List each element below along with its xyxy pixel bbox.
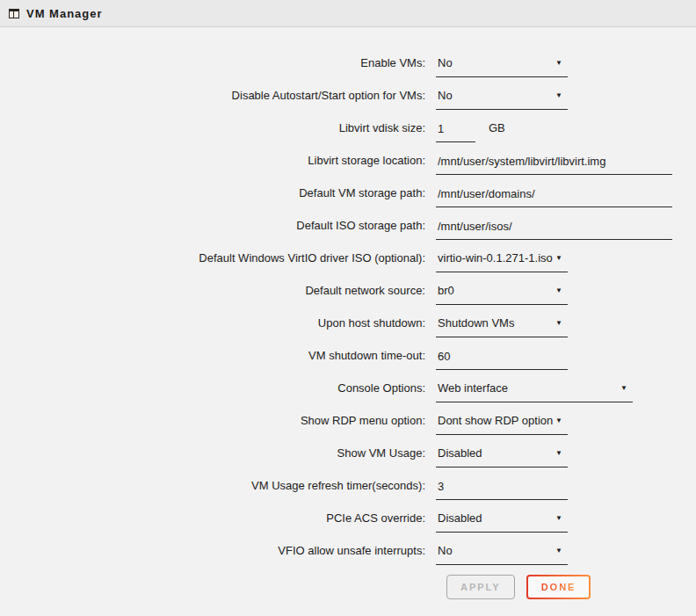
form-actions: APPLY DONE bbox=[0, 575, 696, 599]
vfio-unsafe-interrupts-label: VFIO allow unsafe interrupts: bbox=[0, 542, 436, 560]
chevron-down-icon: ▼ bbox=[555, 510, 568, 527]
page-title: VM Manager bbox=[26, 7, 103, 20]
upon-host-shutdown-label: Upon host shutdown: bbox=[0, 315, 436, 332]
console-options-label: Console Options: bbox=[0, 380, 436, 397]
chevron-down-icon: ▼ bbox=[555, 54, 568, 72]
vm-shutdown-timeout-input[interactable] bbox=[436, 347, 568, 370]
form-row: Libvirt vdisk size:GB bbox=[0, 120, 696, 142]
chevron-down-icon: ▼ bbox=[555, 445, 568, 462]
default-vm-storage-path-input[interactable] bbox=[436, 185, 672, 207]
chevron-down-icon: ▼ bbox=[555, 315, 568, 332]
show-rdp-menu-option-value: Dont show RDP option bbox=[436, 412, 553, 430]
form-row: Upon host shutdown:Shutdown VMs▼ bbox=[0, 315, 696, 337]
show-rdp-menu-option-select[interactable]: Dont show RDP option▼ bbox=[436, 412, 568, 435]
console-options-value: Web interface bbox=[436, 380, 508, 397]
virtio-driver-iso-label: Default Windows VirtIO driver ISO (optio… bbox=[0, 250, 436, 267]
libvirt-storage-location-label: Libvirt storage location: bbox=[0, 152, 436, 170]
apply-button[interactable]: APPLY bbox=[446, 575, 515, 599]
settings-form: Enable VMs:No▼Disable Autostart/Start op… bbox=[0, 27, 696, 565]
libvirt-vdisk-size-label: Libvirt vdisk size: bbox=[0, 120, 436, 137]
done-button-label: DONE bbox=[541, 582, 576, 592]
virtio-driver-iso-select[interactable]: virtio-win-0.1.271-1.iso▼ bbox=[436, 250, 568, 272]
virtio-driver-iso-value: virtio-win-0.1.271-1.iso bbox=[436, 250, 553, 267]
vm-usage-refresh-timer-input[interactable] bbox=[436, 477, 568, 500]
show-vm-usage-value: Disabled bbox=[436, 445, 482, 462]
show-vm-usage-select[interactable]: Disabled▼ bbox=[436, 445, 568, 467]
vfio-unsafe-interrupts-value: No bbox=[436, 542, 453, 560]
form-row: Libvirt storage location: bbox=[0, 152, 696, 175]
pcie-acs-override-value: Disabled bbox=[436, 510, 482, 527]
vfio-unsafe-interrupts-select[interactable]: No▼ bbox=[436, 542, 568, 565]
pcie-acs-override-select[interactable]: Disabled▼ bbox=[436, 510, 568, 533]
vm-shutdown-timeout-label: VM shutdown time-out: bbox=[0, 347, 436, 365]
libvirt-vdisk-size-input[interactable] bbox=[436, 120, 475, 142]
form-row: Default ISO storage path: bbox=[0, 217, 696, 240]
form-row: VM Usage refresh timer(seconds): bbox=[0, 477, 696, 500]
default-network-source-label: Default network source: bbox=[0, 282, 436, 300]
form-row: Default VM storage path: bbox=[0, 185, 696, 207]
done-button[interactable]: DONE bbox=[526, 575, 591, 599]
show-rdp-menu-option-label: Show RDP menu option: bbox=[0, 412, 436, 430]
default-vm-storage-path-label: Default VM storage path: bbox=[0, 185, 436, 202]
libvirt-vdisk-size-unit-label: GB bbox=[489, 120, 505, 137]
default-iso-storage-path-label: Default ISO storage path: bbox=[0, 217, 436, 235]
form-row: PCIe ACS override:Disabled▼ bbox=[0, 510, 696, 533]
upon-host-shutdown-value: Shutdown VMs bbox=[436, 315, 514, 332]
form-row: VFIO allow unsafe interrupts:No▼ bbox=[0, 542, 696, 565]
form-row: Disable Autostart/Start option for VMs:N… bbox=[0, 87, 696, 110]
enable-vms-value: No bbox=[436, 54, 453, 72]
form-row: Default network source:br0▼ bbox=[0, 282, 696, 305]
enable-vms-label: Enable VMs: bbox=[0, 54, 436, 72]
chevron-down-icon: ▼ bbox=[555, 412, 568, 430]
disable-autostart-value: No bbox=[436, 87, 453, 105]
chevron-down-icon: ▼ bbox=[620, 380, 633, 397]
form-row: VM shutdown time-out: bbox=[0, 347, 696, 370]
chevron-down-icon: ▼ bbox=[555, 87, 568, 105]
vm-manager-page: VM Manager Enable VMs:No▼Disable Autosta… bbox=[0, 0, 696, 616]
page-header: VM Manager bbox=[0, 0, 696, 27]
disable-autostart-select[interactable]: No▼ bbox=[436, 87, 568, 110]
show-vm-usage-label: Show VM Usage: bbox=[0, 445, 436, 462]
form-row: Show VM Usage:Disabled▼ bbox=[0, 445, 696, 467]
libvirt-storage-location-input[interactable] bbox=[436, 152, 672, 175]
default-network-source-value: br0 bbox=[436, 282, 454, 300]
chevron-down-icon: ▼ bbox=[555, 282, 568, 300]
default-iso-storage-path-input[interactable] bbox=[436, 217, 672, 240]
apply-button-label: APPLY bbox=[460, 582, 501, 592]
form-row: Default Windows VirtIO driver ISO (optio… bbox=[0, 250, 696, 272]
vm-usage-refresh-timer-label: VM Usage refresh timer(seconds): bbox=[0, 477, 436, 495]
form-row: Console Options:Web interface▼ bbox=[0, 380, 696, 402]
form-row: Enable VMs:No▼ bbox=[0, 54, 696, 77]
default-network-source-select[interactable]: br0▼ bbox=[436, 282, 568, 305]
upon-host-shutdown-select[interactable]: Shutdown VMs▼ bbox=[436, 315, 568, 337]
pcie-acs-override-label: PCIe ACS override: bbox=[0, 510, 436, 527]
disable-autostart-label: Disable Autostart/Start option for VMs: bbox=[0, 87, 436, 105]
console-options-select[interactable]: Web interface▼ bbox=[436, 380, 633, 402]
columns-icon bbox=[9, 9, 19, 18]
form-row: Show RDP menu option:Dont show RDP optio… bbox=[0, 412, 696, 435]
chevron-down-icon: ▼ bbox=[555, 250, 568, 267]
chevron-down-icon: ▼ bbox=[555, 542, 568, 560]
enable-vms-select[interactable]: No▼ bbox=[436, 54, 568, 77]
